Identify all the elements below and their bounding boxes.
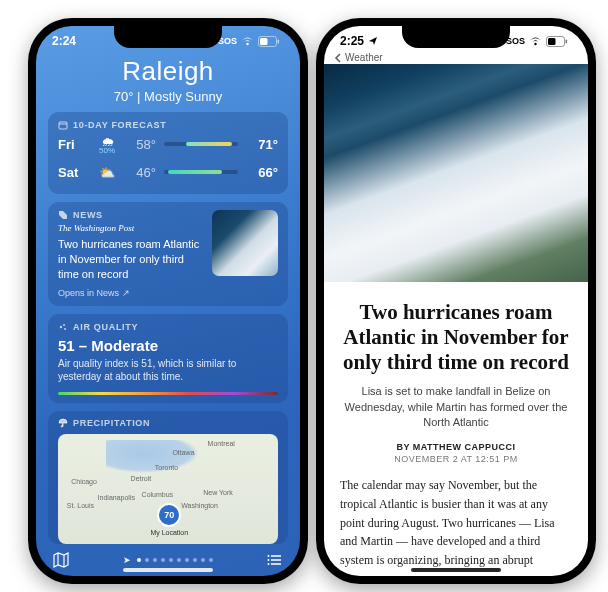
status-time: 2:25 (340, 34, 364, 48)
svg-point-7 (64, 328, 66, 330)
notch (402, 26, 510, 48)
forecast-day: Sat (58, 165, 86, 180)
wifi-icon (529, 36, 542, 46)
location-arrow-icon (368, 36, 378, 46)
precip-card[interactable]: PRECIPITATION Montreal Ottawa Toronto Ch… (48, 411, 288, 544)
svg-point-6 (63, 324, 65, 326)
forecast-low: 46° (128, 165, 156, 180)
aqi-scale-bar (58, 392, 278, 395)
aqi-description: Air quality index is 51, which is simila… (58, 357, 278, 384)
notch (114, 26, 222, 48)
phone-news: 2:25 SOS 46 Weather Two hurricanes roam … (316, 18, 596, 584)
svg-point-9 (268, 559, 270, 561)
article-subtitle: Lisa is set to make landfall in Belize o… (344, 384, 568, 430)
home-indicator[interactable] (123, 568, 213, 572)
forecast-high: 71° (246, 137, 278, 152)
wifi-icon (241, 36, 254, 46)
status-right: SOS 46 (506, 36, 572, 47)
article-hero-image (324, 64, 588, 282)
forecast-row[interactable]: Fri 🌧50% 58° 71° (58, 130, 278, 158)
map-city: New York (203, 489, 233, 496)
map-city: Columbus (142, 491, 174, 498)
svg-point-5 (60, 325, 62, 327)
great-lakes (106, 440, 198, 473)
list-button-icon[interactable] (266, 551, 284, 569)
chevron-left-icon (334, 53, 342, 63)
svg-rect-2 (278, 39, 280, 43)
map-city: Chicago (71, 478, 97, 485)
page-indicator[interactable]: ➤ (123, 555, 213, 565)
map-city: St. Louis (67, 502, 94, 509)
article-title: Two hurricanes roam Atlantic in November… (340, 300, 572, 374)
article-dateline: NOVEMBER 2 AT 12:51 PM (340, 454, 572, 464)
umbrella-icon (58, 418, 68, 428)
news-headline: Two hurricanes roam Atlantic in November… (58, 237, 204, 282)
back-to-weather[interactable]: Weather (334, 52, 383, 63)
aqi-card[interactable]: AIR QUALITY 51 – Moderate Air quality in… (48, 314, 288, 403)
weather-screen: 2:24 SOS 46 Raleigh 70° | Mostly Sunny 1… (36, 26, 300, 576)
city-name: Raleigh (48, 56, 288, 87)
map-city: Ottawa (172, 449, 194, 456)
precip-map[interactable]: Montreal Ottawa Toronto Chicago Detroit … (58, 434, 278, 544)
battery-icon (546, 36, 568, 47)
home-indicator[interactable] (411, 568, 501, 572)
svg-rect-13 (566, 39, 568, 43)
forecast-row[interactable]: Sat ⛅ 46° 66° (58, 158, 278, 186)
map-city: Montreal (208, 440, 235, 447)
svg-point-10 (268, 563, 270, 565)
news-source: The Washington Post (58, 223, 204, 233)
status-right: SOS 46 (218, 36, 284, 47)
svg-point-8 (268, 555, 270, 557)
location-arrow-icon: ➤ (123, 555, 131, 565)
map-city: Indianapolis (98, 494, 135, 501)
article-byline: BY MATTHEW CAPPUCCI (340, 442, 572, 452)
phone-weather: 2:24 SOS 46 Raleigh 70° | Mostly Sunny 1… (28, 18, 308, 584)
temp-range-bar (164, 142, 238, 146)
partly-cloudy-icon: ⛅ (94, 165, 120, 180)
forecast-card[interactable]: 10-DAY FORECAST Fri 🌧50% 58° 71° Sat ⛅ 4… (48, 112, 288, 194)
status-time: 2:24 (52, 34, 76, 48)
svg-rect-1 (260, 38, 268, 45)
current-conditions: 70° | Mostly Sunny (48, 89, 288, 104)
my-location-pin[interactable]: 70 My Location (150, 503, 188, 536)
battery-icon (258, 36, 280, 47)
aqi-icon (58, 322, 68, 332)
article-body[interactable]: Two hurricanes roam Atlantic in November… (324, 282, 588, 576)
article-text: The calendar may say November, but the t… (340, 476, 572, 569)
forecast-low: 58° (128, 137, 156, 152)
calendar-icon (58, 120, 68, 130)
news-header: NEWS (58, 210, 204, 220)
aqi-header: AIR QUALITY (58, 322, 278, 332)
svg-rect-3 (59, 122, 67, 129)
map-city: Detroit (131, 475, 152, 482)
news-icon (58, 210, 68, 220)
news-thumbnail (212, 210, 278, 276)
svg-rect-12 (548, 38, 556, 45)
temp-range-bar (164, 170, 238, 174)
map-city: Toronto (155, 464, 178, 471)
open-in-news-link[interactable]: Opens in News ↗ (58, 288, 204, 298)
forecast-day: Fri (58, 137, 86, 152)
news-card[interactable]: NEWS The Washington Post Two hurricanes … (48, 202, 288, 306)
news-screen: 2:25 SOS 46 Weather Two hurricanes roam … (324, 26, 588, 576)
map-button-icon[interactable] (52, 551, 70, 569)
aqi-value: 51 – Moderate (58, 337, 278, 354)
rain-icon: 🌧50% (94, 134, 120, 155)
forecast-header: 10-DAY FORECAST (58, 120, 278, 130)
precip-header: PRECIPITATION (58, 418, 278, 428)
forecast-high: 66° (246, 165, 278, 180)
